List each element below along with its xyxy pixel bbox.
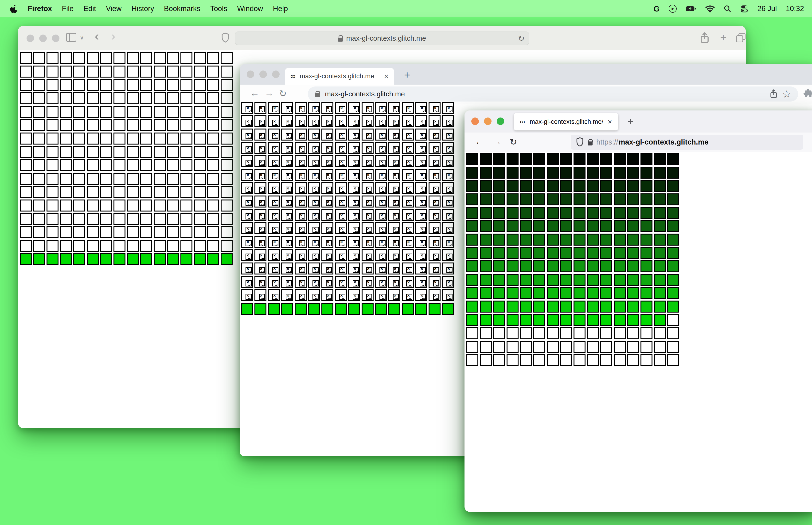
grid-cell	[348, 169, 360, 181]
spotlight-search-icon[interactable]	[724, 5, 731, 13]
forward-button[interactable]: ›	[111, 29, 116, 43]
tracking-shield-icon[interactable]	[576, 137, 584, 147]
grid-cell	[493, 354, 505, 366]
back-button[interactable]: ‹	[95, 29, 99, 43]
grid-cell	[667, 207, 679, 219]
grid-cell	[154, 79, 166, 91]
grid-cell	[127, 240, 139, 252]
grid-cell	[220, 106, 233, 118]
zoom-window-button[interactable]	[52, 34, 59, 42]
grid-cell	[181, 92, 193, 104]
zoom-window-button[interactable]	[497, 118, 504, 125]
close-window-button[interactable]	[471, 118, 479, 125]
back-button[interactable]: ←	[475, 136, 484, 147]
grid-cell	[375, 209, 387, 221]
safari-address-bar[interactable]: max-gl-contexts.glitch.me ↻	[235, 31, 530, 45]
reload-button[interactable]: ↻	[279, 88, 287, 99]
chrome-address-bar[interactable]: max-gl-contexts.glitch.me ☆	[308, 87, 798, 102]
grid-cell	[241, 155, 253, 167]
share-icon[interactable]	[700, 32, 710, 44]
new-tab-button[interactable]: +	[404, 69, 410, 81]
menubar-clock[interactable]: 10:32	[786, 4, 804, 13]
menu-item-edit[interactable]: Edit	[83, 4, 96, 13]
menu-item-tools[interactable]: Tools	[210, 4, 227, 13]
chrome-active-tab[interactable]: ∞ max-gl-contexts.glitch.me ×	[285, 68, 394, 85]
grid-cell	[402, 262, 414, 274]
grid-cell	[268, 169, 280, 181]
close-tab-icon[interactable]: ×	[608, 118, 612, 126]
grid-cell	[614, 220, 626, 232]
battery-icon[interactable]	[686, 6, 696, 12]
minimize-window-button[interactable]	[484, 118, 491, 125]
menu-item-bookmarks[interactable]: Bookmarks	[164, 4, 200, 13]
webgl-grid-chrome	[241, 102, 454, 315]
play-circle-icon[interactable]: ▶	[669, 5, 677, 13]
minimize-window-button[interactable]	[39, 34, 47, 42]
grid-cell	[100, 146, 112, 158]
grid-cell	[220, 52, 233, 64]
grid-cell	[127, 146, 139, 158]
grid-cell	[520, 314, 532, 326]
grid-cell	[33, 159, 45, 171]
menu-item-history[interactable]: History	[131, 4, 154, 13]
grid-cell	[415, 236, 427, 248]
menu-item-view[interactable]: View	[106, 4, 122, 13]
grid-cell	[100, 159, 112, 171]
reload-button[interactable]: ↻	[510, 137, 517, 147]
grid-cell	[362, 249, 373, 261]
new-tab-button[interactable]: +	[628, 116, 634, 127]
new-tab-icon[interactable]: +	[720, 31, 726, 44]
grid-cell	[480, 260, 492, 272]
bookmark-star-icon[interactable]: ☆	[782, 88, 791, 100]
forward-button[interactable]: →	[264, 88, 274, 99]
grid-cell	[60, 186, 72, 198]
grid-cell	[587, 207, 599, 219]
grid-cell	[207, 226, 219, 238]
forward-button[interactable]: →	[492, 136, 502, 147]
close-window-button[interactable]	[247, 71, 254, 78]
chevron-down-icon[interactable]: ∨	[80, 34, 84, 41]
grid-cell	[402, 222, 414, 234]
share-icon[interactable]	[769, 89, 778, 99]
reload-icon[interactable]: ↻	[518, 34, 525, 43]
lock-icon[interactable]	[588, 141, 593, 146]
menubar-date[interactable]: 26 Jul	[757, 4, 777, 13]
google-menu-icon[interactable]: G	[654, 4, 659, 13]
minimize-window-button[interactable]	[259, 71, 267, 78]
zoom-window-button[interactable]	[272, 71, 280, 78]
firefox-address-bar[interactable]: https:// max-gl-contexts.glitch.me	[571, 135, 803, 150]
grid-cell	[429, 102, 441, 114]
grid-cell	[480, 354, 492, 366]
grid-cell	[255, 222, 266, 234]
grid-cell	[493, 167, 505, 179]
privacy-shield-icon[interactable]	[221, 32, 230, 43]
grid-cell	[194, 226, 206, 238]
grid-cell	[87, 226, 99, 238]
grid-cell	[140, 213, 152, 225]
menu-item-help[interactable]: Help	[273, 4, 288, 13]
apple-icon[interactable]	[10, 4, 18, 13]
close-window-button[interactable]	[27, 34, 34, 42]
grid-cell	[308, 222, 320, 234]
extensions-puzzle-icon[interactable]	[803, 88, 812, 98]
close-tab-icon[interactable]: ×	[384, 72, 388, 81]
grid-cell	[533, 153, 545, 165]
menu-item-window[interactable]: Window	[237, 4, 263, 13]
grid-cell	[127, 79, 139, 91]
grid-cell	[100, 92, 112, 104]
tab-overview-icon[interactable]	[736, 33, 746, 42]
firefox-active-tab[interactable]: ∞ max-gl-contexts.glitch.me/ ×	[514, 113, 618, 131]
grid-cell	[33, 199, 45, 211]
tab-title: max-gl-contexts.glitch.me	[300, 72, 380, 80]
wifi-icon[interactable]	[705, 5, 715, 13]
grid-cell	[60, 79, 72, 91]
grid-cell	[154, 52, 166, 64]
back-button[interactable]: ←	[250, 88, 259, 99]
sidebar-icon[interactable]	[66, 33, 76, 42]
grid-cell	[415, 222, 427, 234]
menu-item-file[interactable]: File	[62, 4, 74, 13]
control-center-icon[interactable]	[740, 5, 749, 13]
infinity-favicon: ∞	[520, 118, 525, 126]
menu-item-firefox[interactable]: Firefox	[28, 4, 52, 13]
grid-cell	[295, 222, 307, 234]
